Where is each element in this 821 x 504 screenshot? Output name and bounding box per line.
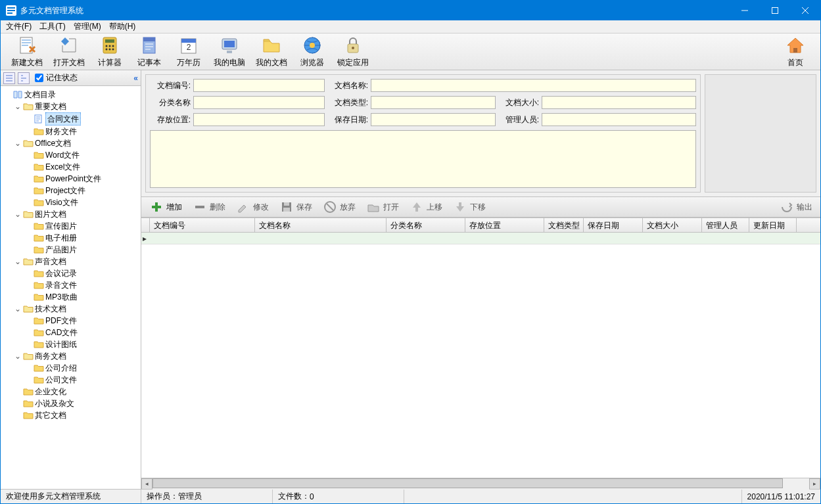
tree-item[interactable]: Visio文件 (24, 196, 141, 208)
svg-rect-23 (224, 41, 235, 47)
svg-point-12 (109, 45, 111, 47)
my-docs-button[interactable]: 我的文档 (250, 34, 293, 70)
tree-item[interactable]: 企业文化 (14, 386, 141, 398)
new-doc-button[interactable]: 新建文档 (6, 34, 48, 70)
tree-item[interactable]: PDF文件 (24, 315, 141, 327)
tree-category[interactable]: ⌄重要文档 (14, 101, 141, 112)
doc-no-input[interactable] (193, 79, 325, 92)
column-header[interactable]: 文档名称 (255, 218, 387, 232)
move-down-button[interactable]: 下移 (449, 198, 490, 216)
edit-button[interactable]: 修改 (232, 198, 273, 216)
discard-button[interactable]: 放弃 (319, 198, 360, 216)
column-header[interactable]: 文档编号 (150, 218, 255, 232)
tree-item[interactable]: Word文件 (24, 149, 141, 161)
scroll-right-icon[interactable]: ▸ (809, 478, 820, 490)
tree-item[interactable]: Project文件 (24, 185, 141, 196)
column-header[interactable]: 分类名称 (387, 218, 465, 232)
horizontal-scrollbar[interactable]: ◂ ▸ (141, 478, 820, 489)
svg-point-15 (109, 49, 111, 51)
tree-item[interactable]: 财务文件 (24, 126, 141, 137)
sidebar: 记住状态 « 文档目录⌄重要文档合同文件财务文件⌄Office文档Word文件E… (1, 70, 141, 489)
notepad-button[interactable]: 记事本 (129, 34, 169, 70)
tree-item[interactable]: 其它文档 (14, 409, 141, 421)
list-view-icon[interactable] (3, 72, 15, 84)
tree-item[interactable]: MP3歌曲 (24, 291, 141, 303)
column-header[interactable]: 存放位置 (465, 218, 544, 232)
grid-toolbar: 增加 删除 修改 保存 放弃 打开 上移 下移 输出 (141, 196, 820, 218)
titlebar: 多元文档管理系统 (1, 1, 820, 20)
tree-item[interactable]: 合同文件 (24, 112, 141, 126)
app-icon (6, 5, 16, 16)
status-operator: 操作员：管理员 (141, 490, 273, 503)
column-header[interactable]: 管理人员 (702, 218, 749, 232)
menu-manage[interactable]: 管理(M) (74, 21, 101, 32)
tree-item[interactable]: 设计图纸 (24, 338, 141, 350)
category-tree[interactable]: 文档目录⌄重要文档合同文件财务文件⌄Office文档Word文件Excel文件P… (1, 86, 141, 489)
document-grid: 文档编号文档名称分类名称存放位置文档类型保存日期文档大小管理人员更新日期 ▸ ◂… (141, 218, 820, 489)
menu-help[interactable]: 帮助(H) (109, 21, 136, 32)
tree-item[interactable]: 会议记录 (24, 267, 141, 279)
svg-rect-1 (7, 7, 15, 9)
column-header[interactable]: 文档大小 (643, 218, 702, 232)
doc-name-label: 文档名称: (327, 80, 368, 91)
open-doc-button[interactable]: 打开文档 (48, 34, 90, 70)
scroll-thumb[interactable] (152, 478, 783, 488)
tree-category[interactable]: ⌄商务文档 (14, 350, 141, 362)
tree-item[interactable]: CAD文件 (24, 327, 141, 338)
column-header[interactable]: 文档类型 (544, 218, 584, 232)
menu-tools[interactable]: 工具(T) (39, 21, 65, 32)
grid-body[interactable]: ▸ (141, 233, 820, 478)
scroll-left-icon[interactable]: ◂ (141, 478, 152, 490)
calendar-button[interactable]: 2万年历 (169, 34, 208, 70)
manager-label: 管理人员: (498, 114, 539, 126)
tree-category[interactable]: ⌄技术文档 (14, 303, 141, 315)
tree-item[interactable]: 产品图片 (24, 244, 141, 256)
status-count: 文件数：0 (273, 490, 404, 503)
location-input[interactable] (193, 113, 325, 126)
cat-name-input[interactable] (193, 96, 325, 109)
tree-item[interactable]: 小说及杂文 (14, 398, 141, 409)
maximize-button[interactable] (760, 1, 790, 20)
tree-item[interactable]: 公司介绍 (24, 362, 141, 374)
tree-view-icon[interactable] (18, 72, 30, 84)
lock-button[interactable]: 锁定应用 (332, 34, 374, 70)
add-button[interactable]: 增加 (145, 198, 186, 216)
column-header[interactable]: 保存日期 (584, 218, 643, 232)
tree-item[interactable]: 宣传图片 (24, 220, 141, 232)
column-header[interactable]: 更新日期 (749, 218, 797, 232)
doc-no-label: 文档编号: (150, 80, 191, 91)
svg-rect-5 (772, 8, 778, 14)
doc-name-input[interactable] (371, 79, 696, 92)
minimize-button[interactable] (730, 1, 760, 20)
tree-item[interactable]: Excel文件 (24, 161, 141, 173)
export-button[interactable]: 输出 (776, 198, 816, 216)
my-computer-button[interactable]: 我的电脑 (208, 34, 250, 70)
doc-type-input[interactable] (371, 96, 496, 109)
main-panel: 文档编号: 文档名称: 分类名称 文档类型: 文档大小: 存放位置: 保存日 (141, 70, 820, 489)
tree-category[interactable]: ⌄图片文档 (14, 208, 141, 220)
collapse-sidebar-icon[interactable]: « (133, 74, 138, 83)
menu-file[interactable]: 文件(F) (6, 21, 32, 32)
doc-type-label: 文档类型: (327, 97, 368, 108)
calculator-button[interactable]: 计算器 (90, 34, 129, 70)
remember-state-checkbox[interactable] (35, 74, 43, 82)
close-button[interactable] (790, 1, 820, 20)
delete-button[interactable]: 删除 (189, 198, 229, 216)
tree-item[interactable]: 录音文件 (24, 279, 141, 291)
tree-item[interactable]: 电子相册 (24, 232, 141, 244)
save-date-input[interactable] (371, 113, 496, 126)
notes-textarea[interactable] (150, 130, 696, 188)
move-up-button[interactable]: 上移 (406, 198, 446, 216)
status-datetime: 2020/11/5 11:01:27 (742, 490, 820, 503)
tree-category[interactable]: ⌄Office文档 (14, 137, 141, 149)
row-marker-icon: ▸ (143, 234, 147, 243)
home-button[interactable]: 首页 (776, 34, 815, 70)
browser-button[interactable]: 浏览器 (293, 34, 332, 70)
tree-item[interactable]: 公司文件 (24, 374, 141, 386)
doc-size-input[interactable] (542, 96, 696, 109)
tree-item[interactable]: PowerPoint文件 (24, 173, 141, 185)
manager-input[interactable] (542, 113, 696, 126)
tree-category[interactable]: ⌄声音文档 (14, 256, 141, 267)
save-button[interactable]: 保存 (275, 198, 316, 216)
open-button[interactable]: 打开 (362, 198, 403, 216)
